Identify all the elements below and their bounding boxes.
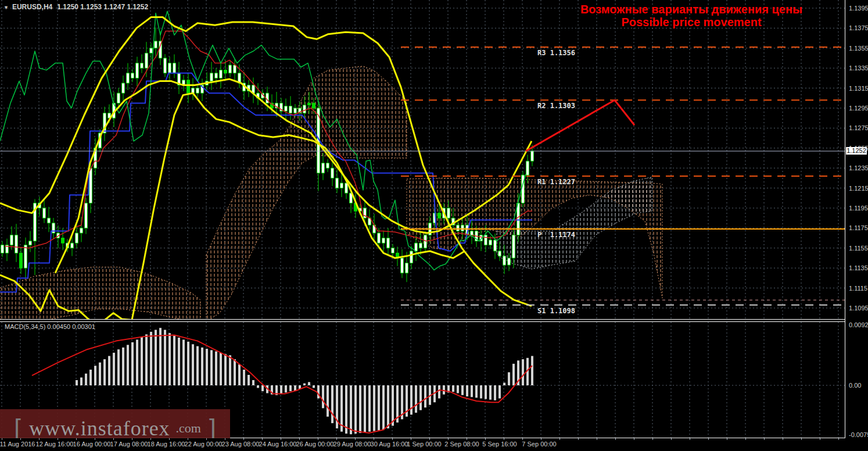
time-axis-label: 17 Aug 08:00 [110, 441, 148, 448]
time-tick [820, 438, 820, 440]
time-tick [634, 438, 634, 440]
time-axis-label: 22 Aug 00:00 [185, 441, 223, 448]
time-tick [411, 438, 411, 440]
time-tick [541, 438, 541, 440]
pivot-label: P 1.1174 [537, 231, 575, 239]
time-tick [559, 438, 560, 440]
time-tick [169, 438, 170, 440]
time-axis-label: 16 Aug 00:00 [73, 441, 111, 448]
price-axis-label: 1.1095 [849, 305, 868, 312]
current-price-box: 1.1252 [846, 147, 867, 155]
time-tick [113, 438, 114, 440]
price-axis-label: 1.1215 [849, 185, 868, 192]
time-tick [318, 438, 318, 440]
price-pane[interactable] [0, 0, 845, 319]
pivot-label: R3 1.1356 [537, 49, 575, 57]
time-axis-label: 26 Aug 00:00 [296, 441, 334, 448]
price-axis-label: 1.1115 [849, 285, 867, 292]
ichimoku-cloud-left [0, 267, 200, 320]
time-tick [392, 438, 393, 440]
price-axis-label: 1.1375 [849, 24, 868, 31]
time-axis-label: 23 Aug 08:00 [222, 441, 260, 448]
time-tick [783, 438, 783, 440]
time-tick [188, 438, 188, 440]
time-tick [336, 438, 337, 440]
time-tick [652, 438, 653, 440]
time-tick [597, 438, 597, 440]
time-axis-label: 24 Aug 16:00 [259, 441, 297, 448]
time-tick [76, 438, 77, 440]
forecast-annotation-ru: Возможные варианты движения цены [540, 3, 842, 16]
time-tick [764, 438, 765, 440]
price-axis-label: 1.1315 [849, 85, 868, 92]
time-tick [225, 438, 225, 440]
macd-axis-label: -0.00756 [849, 431, 868, 438]
time-tick [485, 438, 486, 440]
time-axis-label: 12 Aug 16:00 [36, 441, 74, 448]
time-tick [374, 438, 374, 440]
pivot-label: S1 1.1098 [537, 307, 575, 315]
symbol-dropdown-icon[interactable]: ▼ [3, 5, 9, 10]
time-tick [355, 438, 356, 440]
time-tick [95, 438, 95, 440]
forecast-annotation-en: Possible price movement [540, 16, 842, 28]
time-tick [615, 438, 616, 440]
price-axis[interactable]: 1.1252 1.13951.13751.13551.13351.13151.1… [845, 0, 868, 438]
time-axis[interactable]: 11 Aug 201612 Aug 16:0016 Aug 00:0017 Au… [0, 438, 868, 451]
time-tick [243, 438, 244, 440]
time-tick [429, 438, 430, 440]
time-axis-label: 1 Sep 00:00 [407, 441, 441, 448]
price-axis-label: 1.1175 [849, 224, 868, 231]
pivot-label: R1 1.1227 [537, 178, 575, 186]
pane-splitter[interactable] [0, 319, 845, 322]
time-tick [801, 438, 802, 440]
time-tick [671, 438, 672, 440]
time-tick [132, 438, 132, 440]
time-tick [745, 438, 746, 440]
time-tick [299, 438, 300, 440]
ichimoku-cloud-main [206, 66, 407, 319]
macd-axis-label: 0.00 [849, 382, 861, 389]
time-axis-label: 18 Aug 16:00 [148, 441, 185, 448]
time-tick [708, 438, 709, 440]
time-tick [838, 438, 839, 440]
time-tick [262, 438, 263, 440]
price-axis-label: 1.1135 [849, 264, 868, 271]
time-axis-label: 2 Sep 08:00 [444, 441, 479, 448]
time-tick [690, 438, 690, 440]
price-axis-label: 1.1195 [849, 205, 868, 212]
price-axis-label: 1.1395 [849, 5, 868, 12]
time-axis-label: 5 Sep 16:00 [482, 441, 517, 448]
watermark-site-text: www.instaforex [29, 416, 170, 441]
time-tick [448, 438, 449, 440]
time-tick [58, 438, 58, 440]
time-tick [206, 438, 207, 440]
time-tick [504, 438, 504, 440]
price-axis-label: 1.1335 [849, 65, 868, 71]
ichimoku-clouds [0, 66, 845, 319]
forecast-annotation: Возможные варианты движения цены Possibl… [540, 3, 842, 28]
time-tick [281, 438, 281, 440]
pivot-label: R2 1.1303 [537, 102, 575, 110]
time-axis-label: 29 Aug 08:00 [333, 441, 371, 448]
time-axis-label: 11 Aug 2016 [0, 441, 35, 448]
watermark-domain-suffix: .com [176, 421, 201, 436]
time-tick [39, 438, 40, 440]
price-axis-label: 1.1295 [849, 105, 868, 112]
time-tick [727, 438, 727, 440]
time-tick [150, 438, 151, 440]
time-axis-label: 30 Aug 16:00 [371, 441, 408, 448]
price-axis-label: 1.1155 [849, 245, 868, 252]
macd-axis-label: 0.00926 [849, 321, 868, 328]
price-axis-label: 1.1275 [849, 124, 868, 131]
time-tick [467, 438, 467, 440]
ohlc-values: 1.1250 1.1253 1.1247 1.1252 [57, 3, 148, 11]
chart-window: ▼EURUSD,H41.1250 1.1253 1.1247 1.1252 Во… [0, 0, 868, 451]
time-axis-label: 7 Sep 00:00 [522, 441, 556, 448]
time-tick [20, 438, 21, 440]
price-axis-label: 1.1355 [849, 45, 868, 52]
time-tick [522, 438, 523, 440]
pivot-lines [401, 47, 845, 305]
price-axis-label: 1.1235 [849, 164, 868, 171]
time-tick [578, 438, 579, 440]
